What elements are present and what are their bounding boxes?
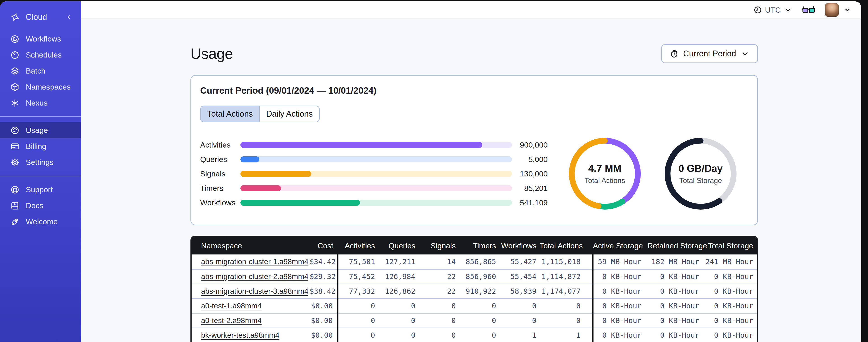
column-header-activities: Activities — [338, 237, 378, 254]
billing-card-icon — [10, 141, 20, 151]
sidebar-item-label: Docs — [26, 201, 43, 210]
value-cell: 856,960 — [459, 269, 499, 284]
sidebar-item-support[interactable]: Support — [0, 181, 81, 198]
tab-total-actions[interactable]: Total Actions — [201, 106, 259, 122]
column-header-workflows: Workflows — [499, 237, 540, 254]
value-cell: 910,922 — [459, 284, 499, 299]
value-cell: 0 — [459, 299, 499, 313]
sidebar-item-namespaces[interactable]: Namespaces — [0, 79, 81, 95]
sidebar-brand-cloud[interactable]: Cloud — [0, 9, 81, 25]
actions-bar-chart: Activities900,000Queries5,000Signals130,… — [200, 138, 548, 210]
bar-row-queries: Queries5,000 — [200, 152, 548, 167]
bar-track — [240, 156, 512, 163]
total-storage-value: 0 GB/Day — [678, 163, 723, 174]
chevron-down-icon — [784, 6, 792, 14]
sidebar-item-workflows[interactable]: Workflows — [0, 31, 81, 47]
value-cell: 1 — [499, 328, 540, 342]
namespace-link[interactable]: abs-migration-cluster-2.a98mm4 — [201, 272, 308, 281]
bar-track — [240, 142, 512, 148]
value-cell: 0 — [418, 299, 459, 313]
sidebar-item-docs[interactable]: Docs — [0, 198, 81, 214]
sidebar-item-settings[interactable]: Settings — [0, 154, 81, 170]
total-actions-label: Total Actions — [585, 176, 625, 185]
bar-fill — [240, 171, 311, 177]
column-header-total-actions: Total Actions — [540, 237, 593, 254]
bar-value: 85,201 — [512, 184, 548, 193]
namespace-cell: a0-test-1.a98mm4 — [192, 299, 310, 313]
namespaces-icon — [10, 82, 20, 92]
sidebar-item-batch[interactable]: Batch — [0, 63, 81, 79]
avatar[interactable] — [825, 3, 839, 17]
value-cell: 1,115,018 — [540, 254, 593, 269]
value-cell: 1 — [540, 328, 593, 342]
column-header-active-storage: Active Storage — [593, 237, 647, 254]
timezone-select[interactable]: UTC — [754, 6, 792, 14]
value-cell: $29.32 — [310, 269, 338, 284]
timezone-label: UTC — [765, 6, 781, 14]
value-cell: 0 — [459, 328, 499, 342]
bar-track — [240, 200, 512, 206]
value-cell: 0 KB-Hour — [705, 328, 757, 342]
bar-value: 900,000 — [512, 141, 548, 149]
value-cell: 14 — [418, 254, 459, 269]
value-cell: 0 KB-Hour — [593, 328, 647, 342]
value-cell: 0 KB-Hour — [593, 299, 647, 313]
period-selector-button[interactable]: Current Period — [661, 44, 758, 63]
bar-row-timers: Timers85,201 — [200, 181, 548, 195]
bar-value: 541,109 — [512, 198, 548, 207]
actions-tab-group: Total Actions Daily Actions — [200, 106, 320, 122]
period-selector-label: Current Period — [683, 49, 736, 59]
namespace-link[interactable]: a0-test-1.a98mm4 — [201, 302, 261, 310]
batch-icon — [10, 66, 20, 76]
value-cell: 1,114,872 — [540, 269, 593, 284]
sidebar-divider — [0, 116, 81, 117]
account-menu[interactable] — [825, 3, 851, 17]
bar-track — [240, 185, 512, 191]
column-header-retained-storage: Retained Storage — [647, 237, 705, 254]
sidebar-item-usage[interactable]: Usage — [0, 122, 81, 138]
value-cell: $0.00 — [310, 313, 338, 328]
tab-daily-actions[interactable]: Daily Actions — [259, 106, 319, 122]
namespace-link[interactable]: a0-test-2.a98mm4 — [201, 316, 261, 324]
namespace-link[interactable]: bk-worker-test.a98mm4 — [201, 331, 279, 339]
feedback-glasses-button[interactable] — [802, 5, 815, 14]
sidebar-collapse-icon[interactable] — [64, 12, 74, 22]
nexus-icon — [10, 98, 20, 108]
table-row: abs-migration-cluster-1.a98mm4$34.4275,5… — [192, 254, 757, 269]
namespace-cell: bk-worker-test.a98mm4 — [192, 328, 310, 342]
value-cell: 59 MB-Hour — [593, 254, 647, 269]
support-lifebuoy-icon — [10, 185, 20, 195]
value-cell: 0 — [418, 313, 459, 328]
schedules-icon — [10, 50, 20, 60]
value-cell: 0 KB-Hour — [647, 328, 705, 342]
temporal-cloud-logo-icon — [10, 12, 20, 22]
value-cell: 0 — [338, 299, 378, 313]
value-cell: 77,332 — [338, 284, 378, 299]
value-cell: 75,501 — [338, 254, 378, 269]
sidebar-item-welcome[interactable]: Welcome — [0, 214, 81, 230]
namespace-link[interactable]: abs-migration-cluster-1.a98mm4 — [201, 258, 308, 266]
value-cell: 241 MB-Hour — [705, 254, 757, 269]
value-cell: 182 MB-Hour — [647, 254, 705, 269]
namespace-link[interactable]: abs-migration-cluster-3.a98mm4 — [201, 287, 308, 295]
value-cell: $0.00 — [310, 328, 338, 342]
value-cell: 0 — [459, 313, 499, 328]
value-cell: 55,454 — [499, 269, 540, 284]
column-header-signals: Signals — [418, 237, 459, 254]
sidebar-item-schedules[interactable]: Schedules — [0, 47, 81, 63]
value-cell: 0 — [540, 313, 593, 328]
total-storage-label: Total Storage — [679, 176, 722, 185]
value-cell: 0 KB-Hour — [705, 313, 757, 328]
value-cell: 126,862 — [378, 284, 418, 299]
sidebar: Cloud Workflows Schedules Batch — [0, 1, 81, 342]
sidebar-item-label: Workflows — [26, 35, 61, 43]
value-cell: 0 — [378, 299, 418, 313]
sidebar-item-billing[interactable]: Billing — [0, 138, 81, 154]
bar-label: Queries — [200, 155, 240, 164]
bar-row-signals: Signals130,000 — [200, 167, 548, 181]
chevron-down-icon — [741, 49, 750, 58]
bar-label: Signals — [200, 169, 240, 178]
value-cell: $34.42 — [310, 254, 338, 269]
sidebar-item-nexus[interactable]: Nexus — [0, 95, 81, 111]
value-cell: 0 KB-Hour — [647, 299, 705, 313]
